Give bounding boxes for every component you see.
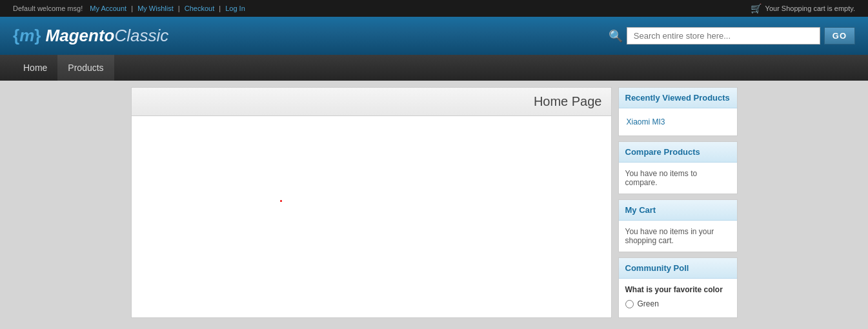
- poll-question: What is your favorite color: [625, 285, 731, 294]
- page-title: Home Page: [132, 88, 611, 116]
- search-input[interactable]: [627, 27, 820, 45]
- poll-option-green: Green: [625, 299, 731, 308]
- content-body: [132, 116, 611, 284]
- recently-viewed-title: Recently Viewed Products: [619, 88, 737, 108]
- cart-status: Your Shopping cart is empty.: [765, 5, 855, 12]
- dot-decoration: [280, 200, 282, 202]
- topbar: Default welcome msg! My Account | My Wis…: [0, 0, 868, 17]
- recently-viewed-item[interactable]: Xiaomi MI3: [625, 115, 731, 129]
- my-cart-title: My Cart: [619, 200, 737, 221]
- recently-viewed-block: Recently Viewed Products Xiaomi MI3: [618, 87, 738, 136]
- topbar-left: Default welcome msg! My Account | My Wis…: [13, 5, 245, 12]
- nav-item-products[interactable]: Products: [57, 55, 114, 81]
- checkout-link[interactable]: Checkout: [185, 5, 214, 12]
- community-poll-block: Community Poll What is your favorite col…: [618, 257, 738, 318]
- my-wishlist-link[interactable]: My Wishlist: [137, 5, 174, 12]
- my-account-link[interactable]: My Account: [90, 5, 126, 12]
- compare-products-body: You have no items to compare.: [619, 163, 737, 194]
- log-in-link[interactable]: Log In: [225, 5, 245, 12]
- compare-products-empty: You have no items to compare.: [625, 169, 698, 187]
- content-area: Home Page: [131, 87, 612, 318]
- cart-icon: 🛒: [751, 3, 762, 14]
- search-button[interactable]: GO: [824, 27, 855, 45]
- welcome-msg: Default welcome msg!: [13, 5, 83, 12]
- poll-option-green-radio[interactable]: [625, 300, 634, 308]
- community-poll-title: Community Poll: [619, 258, 737, 279]
- compare-products-block: Compare Products You have no items to co…: [618, 141, 738, 194]
- community-poll-body: What is your favorite color Green: [619, 279, 737, 317]
- compare-products-title: Compare Products: [619, 142, 737, 163]
- sidebar: Recently Viewed Products Xiaomi MI3 Comp…: [618, 87, 738, 318]
- header: {m} MagentoClassic 🔍 GO: [0, 17, 868, 55]
- search-icon: 🔍: [609, 29, 623, 43]
- nav-item-home[interactable]: Home: [13, 55, 57, 81]
- main-layout: Home Page Recently Viewed Products Xiaom…: [125, 87, 744, 318]
- topbar-right: 🛒 Your Shopping cart is empty.: [751, 3, 855, 14]
- search-bar: 🔍 GO: [609, 27, 855, 45]
- recently-viewed-body: Xiaomi MI3: [619, 108, 737, 135]
- navbar: Home Products: [0, 55, 868, 81]
- my-cart-empty: You have no items in your shopping cart.: [625, 227, 714, 245]
- my-cart-block: My Cart You have no items in your shoppi…: [618, 199, 738, 252]
- poll-option-green-label: Green: [638, 299, 659, 308]
- logo[interactable]: {m} MagentoClassic: [13, 26, 168, 46]
- my-cart-body: You have no items in your shopping cart.: [619, 221, 737, 252]
